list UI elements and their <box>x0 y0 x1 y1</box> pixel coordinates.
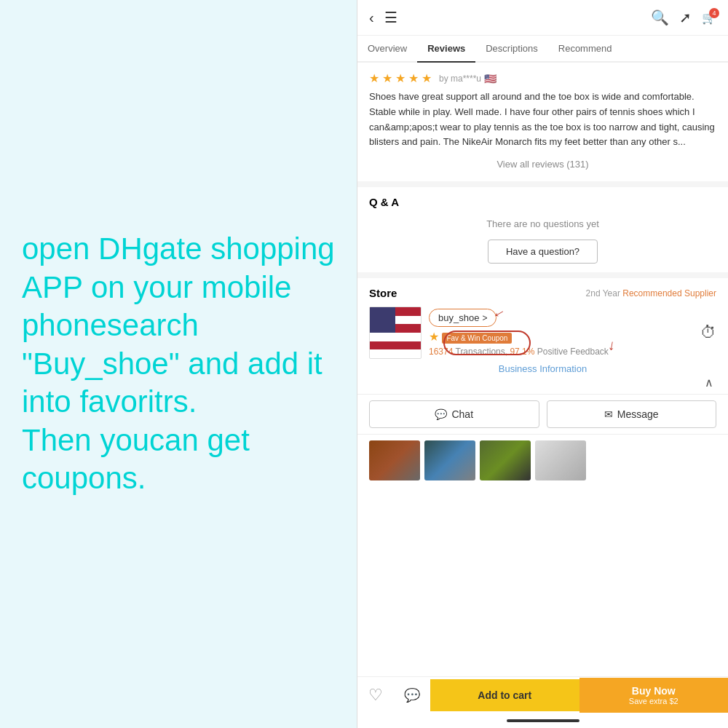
store-history-icon[interactable]: ⏱ <box>700 323 716 342</box>
qa-title: Q & A <box>369 196 716 208</box>
store-name-text: buy_shoe <box>438 312 479 323</box>
home-bar <box>507 719 579 722</box>
nav-left: ‹ ☰ <box>369 9 397 26</box>
store-section: Store 2nd Year Recommended Supplier buy_… <box>357 278 728 394</box>
fav-star-icon: ★ <box>429 331 439 343</box>
instruction-text: open DHgate shopping APP on your mobile … <box>22 230 335 498</box>
fav-win-badge: Fav & Win Coupon <box>442 333 512 344</box>
collapse-icon[interactable]: ∧ <box>369 376 716 389</box>
back-icon[interactable]: ‹ <box>369 9 374 26</box>
star-1: ★ <box>369 71 379 85</box>
star-5: ★ <box>422 71 432 85</box>
thumbnail-1[interactable] <box>369 440 420 480</box>
store-name-area: buy_shoe > ★ Fav & Win Coupon 16374 Tran… <box>429 309 693 357</box>
action-row: 💬 Chat ✉ Message <box>357 394 728 434</box>
recommended-supplier: 2nd Year Recommended Supplier <box>586 288 716 298</box>
left-panel: open DHgate shopping APP on your mobile … <box>0 0 357 728</box>
have-question-button[interactable]: Have a question? <box>488 240 598 264</box>
message-icon: ✉ <box>604 408 613 420</box>
tab-recommend[interactable]: Recommend <box>548 36 622 61</box>
reviewer-name: by ma****u <box>439 74 481 84</box>
chat-label: Chat <box>451 408 473 420</box>
business-info-link[interactable]: Business Information <box>369 359 716 376</box>
review-section: ★ ★ ★ ★ ★ by ma****u 🇺🇸 Shoes have great… <box>357 63 728 187</box>
thumbnail-2[interactable] <box>424 440 475 480</box>
chat-button[interactable]: 💬 Chat <box>369 400 539 428</box>
nav-right: 🔍 ➚ 🛒 4 <box>651 9 716 26</box>
feedback-percent: 97.1% <box>510 347 534 357</box>
thumbnail-4[interactable] <box>535 440 586 480</box>
qa-empty-text: There are no questions yet <box>369 218 716 229</box>
store-name-badge[interactable]: buy_shoe > <box>429 309 496 327</box>
store-stats: 16374 Transac‍tions, 97.1% Positive Feed… <box>429 347 693 357</box>
chat-icon: 💬 <box>435 408 447 420</box>
home-indicator <box>357 713 728 728</box>
bottom-chat-button[interactable]: 💬 <box>394 687 430 703</box>
reviewer-flag: 🇺🇸 <box>484 73 496 84</box>
recommended-highlight: Recommended Supplier <box>622 288 716 298</box>
message-label: Message <box>617 408 659 420</box>
save-extra-label: Save extra $2 <box>579 697 729 705</box>
content-area: ★ ★ ★ ★ ★ by ma****u 🇺🇸 Shoes have great… <box>357 63 728 676</box>
right-panel: ‹ ☰ 🔍 ➚ 🛒 4 Overview Reviews Description… <box>357 0 728 728</box>
star-4: ★ <box>408 71 419 85</box>
star-2: ★ <box>382 71 392 85</box>
buy-now-label: Buy Now <box>579 685 729 697</box>
view-all-reviews-link[interactable]: View all reviews (131) <box>369 150 716 173</box>
message-button[interactable]: ✉ Message <box>547 400 717 428</box>
thumbnails-row <box>357 434 728 486</box>
store-info: buy_shoe > ★ Fav & Win Coupon 16374 Tran… <box>369 306 716 359</box>
add-to-cart-button[interactable]: Add to cart <box>430 679 579 711</box>
bottom-bar: ♡ 💬 Add to cart Buy Now Save extra $2 <box>357 676 728 713</box>
tab-descriptions[interactable]: Descriptions <box>475 36 548 61</box>
top-nav: ‹ ☰ 🔍 ➚ 🛒 4 <box>357 0 728 36</box>
cart-badge[interactable]: 🛒 4 <box>702 11 716 25</box>
tab-bar: Overview Reviews Descriptions Recommend <box>357 36 728 63</box>
qa-section: Q & A There are no questions yet Have a … <box>357 187 728 278</box>
star-3: ★ <box>395 71 405 85</box>
thumbnail-3[interactable] <box>480 440 531 480</box>
favorite-button[interactable]: ♡ <box>357 677 394 713</box>
menu-icon[interactable]: ☰ <box>384 9 397 26</box>
transaction-count: 16374 <box>429 347 453 357</box>
tab-overview[interactable]: Overview <box>357 36 417 61</box>
review-text: Shoes have great support all around and … <box>369 90 716 150</box>
search-icon[interactable]: 🔍 <box>651 9 669 26</box>
star-rating: ★ ★ ★ ★ ★ by ma****u 🇺🇸 <box>369 71 716 85</box>
store-header: Store 2nd Year Recommended Supplier <box>369 287 716 299</box>
store-label: Store <box>369 287 397 299</box>
share-icon[interactable]: ➚ <box>679 9 692 26</box>
store-flag <box>369 306 422 359</box>
cart-count: 4 <box>709 8 719 18</box>
buy-now-button[interactable]: Buy Now Save extra $2 <box>579 678 729 713</box>
tab-reviews[interactable]: Reviews <box>417 36 475 63</box>
store-arrow-icon: > <box>482 313 487 323</box>
